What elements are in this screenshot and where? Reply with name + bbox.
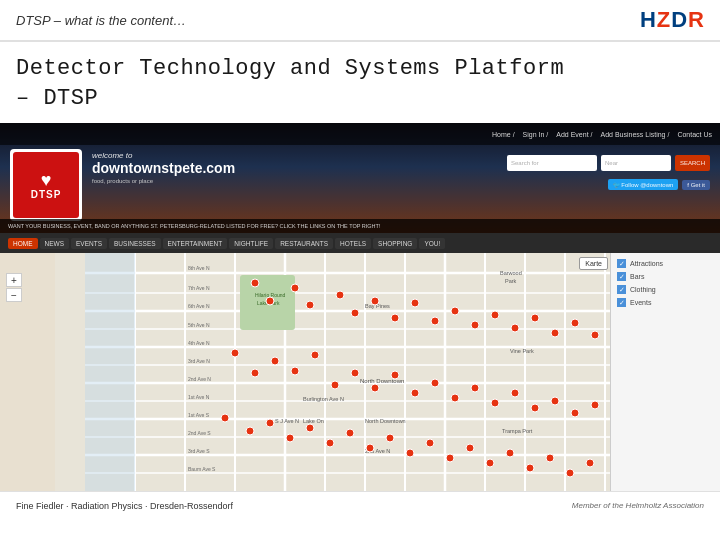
footer-author: Fine Fiedler · Radiation Physics · Dresd… xyxy=(16,501,233,511)
menu-events[interactable]: EVENTS xyxy=(71,238,107,249)
zoom-in-button[interactable]: + xyxy=(6,273,22,287)
promo-text: WANT YOUR BUSINESS, EVENT, BAND OR ANYTH… xyxy=(8,223,380,229)
slide-header: DTSP – what is the content… H Z D R xyxy=(0,0,720,42)
site-logo-area: ♥ DTSP xyxy=(10,149,82,221)
svg-text:1st Ave S: 1st Ave S xyxy=(188,412,210,418)
svg-point-81 xyxy=(451,394,459,402)
svg-text:S J Ave N: S J Ave N xyxy=(275,418,299,424)
site-nav-bar: Home / Sign In / Add Event / Add Busines… xyxy=(0,123,720,145)
svg-point-84 xyxy=(511,389,519,397)
menu-businesses[interactable]: BUSINESSES xyxy=(109,238,161,249)
svg-point-75 xyxy=(331,381,339,389)
dtsp-logo-text: DTSP xyxy=(31,189,62,200)
hzdr-logo: H Z D R xyxy=(640,5,704,35)
svg-point-77 xyxy=(371,384,379,392)
site-header: Home / Sign In / Add Event / Add Busines… xyxy=(0,123,720,233)
menu-hotels[interactable]: HOTELS xyxy=(335,238,371,249)
svg-text:2nd Ave S: 2nd Ave S xyxy=(188,430,211,436)
svg-point-55 xyxy=(306,301,314,309)
svg-point-98 xyxy=(406,449,414,457)
svg-point-65 xyxy=(511,324,519,332)
svg-text:North Downtown: North Downtown xyxy=(360,378,404,384)
search-button[interactable]: SEARCH xyxy=(675,155,710,171)
svg-point-61 xyxy=(431,317,439,325)
svg-text:Baum Ave S: Baum Ave S xyxy=(188,466,216,472)
svg-point-99 xyxy=(426,439,434,447)
menu-entertainment[interactable]: ENTERTAINMENT xyxy=(163,238,228,249)
nav-add-business: Add Business Listing / xyxy=(601,131,670,138)
legend-attractions: ✓ Attractions xyxy=(617,259,714,268)
svg-point-106 xyxy=(566,469,574,477)
svg-point-57 xyxy=(351,309,359,317)
svg-point-97 xyxy=(386,434,394,442)
site-title-area: welcome to downtownstpete.com food, prod… xyxy=(92,151,235,184)
svg-point-69 xyxy=(591,331,599,339)
promo-bar: WANT YOUR BUSINESS, EVENT, BAND OR ANYTH… xyxy=(0,219,720,233)
menu-nightlife[interactable]: NIGHTLIFE xyxy=(229,238,273,249)
svg-point-93 xyxy=(306,424,314,432)
legend-attractions-checkbox[interactable]: ✓ xyxy=(617,259,626,268)
menu-news[interactable]: NEWS xyxy=(40,238,70,249)
site-logo-inner: ♥ DTSP xyxy=(13,152,79,218)
svg-rect-28 xyxy=(85,253,135,491)
svg-point-79 xyxy=(411,389,419,397)
svg-point-76 xyxy=(351,369,359,377)
svg-point-53 xyxy=(266,297,274,305)
legend-clothing: ✓ Clothing xyxy=(617,285,714,294)
svg-point-62 xyxy=(451,307,459,315)
title-section: Detector Technology and Systems Platform… xyxy=(0,42,720,123)
near-input-fake[interactable]: Near xyxy=(601,155,671,171)
svg-text:Vine Park: Vine Park xyxy=(510,348,534,354)
svg-point-71 xyxy=(251,369,259,377)
search-btn-label: SEARCH xyxy=(680,160,705,166)
menu-shopping[interactable]: SHOPPING xyxy=(373,238,417,249)
svg-point-67 xyxy=(551,329,559,337)
logo-h: H xyxy=(640,7,656,33)
legend-bars-checkbox[interactable]: ✓ xyxy=(617,272,626,281)
svg-point-103 xyxy=(506,449,514,457)
site-tagline: food, products or place xyxy=(92,178,235,184)
zoom-out-button[interactable]: − xyxy=(6,288,22,302)
svg-point-74 xyxy=(311,351,319,359)
svg-point-52 xyxy=(251,279,259,287)
menu-home[interactable]: HOME xyxy=(8,238,38,249)
domain-text: downtownstpete.com xyxy=(92,160,235,176)
svg-text:Burlington Ave N: Burlington Ave N xyxy=(303,396,344,402)
svg-point-56 xyxy=(336,291,344,299)
legend-events-checkbox[interactable]: ✓ xyxy=(617,298,626,307)
search-placeholder: Search for xyxy=(511,160,539,166)
svg-point-73 xyxy=(291,367,299,375)
svg-point-102 xyxy=(486,459,494,467)
map-area: Hilario Round Lake Park 8th Ave N 7th Av… xyxy=(0,253,720,491)
svg-text:1st Ave N: 1st Ave N xyxy=(188,394,210,400)
svg-text:3rd Ave S: 3rd Ave S xyxy=(188,448,210,454)
search-input-fake[interactable]: Search for xyxy=(507,155,597,171)
svg-text:Trampa Port: Trampa Port xyxy=(502,428,533,434)
logo-r: R xyxy=(688,7,704,33)
menu-restaurants[interactable]: RESTAURANTS xyxy=(275,238,333,249)
map-legend: ✓ Attractions ✓ Bars ✓ Clothing ✓ Events xyxy=(610,253,720,491)
title-line2: – DTSP xyxy=(16,86,98,111)
karte-button[interactable]: Karte xyxy=(579,257,608,270)
legend-clothing-checkbox[interactable]: ✓ xyxy=(617,285,626,294)
facebook-button[interactable]: f Get it xyxy=(682,180,710,190)
svg-point-63 xyxy=(471,321,479,329)
svg-text:7th Ave N: 7th Ave N xyxy=(188,285,210,291)
svg-point-105 xyxy=(546,454,554,462)
social-bar: 🐦 Follow @downtown f Get it xyxy=(608,179,710,190)
svg-point-66 xyxy=(531,314,539,322)
menu-you[interactable]: YOU! xyxy=(419,238,445,249)
svg-text:6th Ave N: 6th Ave N xyxy=(188,303,210,309)
legend-bars-label: Bars xyxy=(630,273,644,280)
svg-point-101 xyxy=(466,444,474,452)
twitter-button[interactable]: 🐦 Follow @downtown xyxy=(608,179,679,190)
svg-point-58 xyxy=(371,297,379,305)
svg-point-90 xyxy=(246,427,254,435)
svg-text:5th Ave N: 5th Ave N xyxy=(188,322,210,328)
svg-text:3rd Ave N: 3rd Ave N xyxy=(188,358,210,364)
nav-add-event: Add Event / xyxy=(556,131,592,138)
svg-point-60 xyxy=(411,299,419,307)
svg-text:Park: Park xyxy=(505,278,517,284)
title-line1: Detector Technology and Systems Platform xyxy=(16,56,564,81)
nav-contact: Contact Us xyxy=(677,131,712,138)
